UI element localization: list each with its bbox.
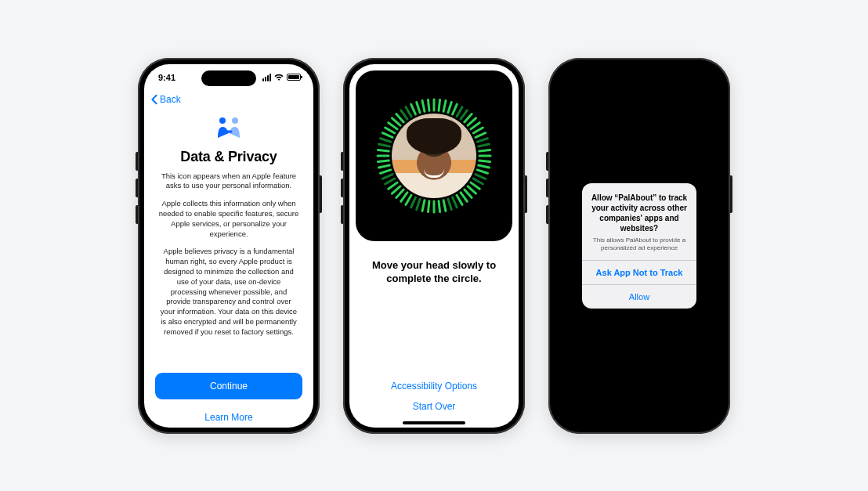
svg-line-59: [417, 102, 420, 112]
accessibility-options-button[interactable]: Accessibility Options: [365, 376, 503, 396]
svg-line-25: [465, 190, 472, 197]
svg-line-12: [473, 128, 483, 133]
privacy-paragraph-1: This icon appears when an Apple feature …: [155, 171, 302, 192]
cellular-icon: [262, 74, 271, 81]
privacy-paragraph-2: Apple collects this information only whe…: [155, 199, 302, 239]
dynamic-island: [612, 70, 667, 86]
svg-line-8: [461, 110, 467, 118]
svg-line-35: [417, 199, 420, 209]
svg-line-18: [479, 161, 490, 161]
screen-faceid: Move your head slowly to complete the ci…: [349, 64, 519, 428]
svg-line-52: [385, 128, 395, 133]
svg-line-33: [428, 200, 429, 211]
chevron-left-icon: [150, 94, 158, 105]
svg-line-39: [396, 190, 403, 197]
svg-line-48: [378, 150, 389, 150]
svg-line-41: [389, 182, 397, 189]
back-label: Back: [160, 94, 181, 105]
svg-line-40: [392, 186, 400, 193]
iphone-device-1: 9:41 Back: [138, 58, 320, 434]
svg-line-45: [379, 165, 390, 168]
svg-line-26: [461, 192, 467, 200]
battery-icon: [287, 74, 301, 81]
svg-line-55: [396, 114, 403, 121]
svg-line-4: [443, 100, 446, 111]
alert-subtitle: This allows PalAbout to provide a person…: [590, 236, 689, 252]
svg-line-54: [392, 117, 400, 125]
page-title: Data & Privacy: [180, 149, 277, 165]
svg-point-0: [219, 117, 226, 124]
svg-line-43: [382, 174, 392, 179]
faceid-instruction: Move your head slowly to complete the ci…: [365, 258, 503, 286]
svg-line-10: [468, 117, 476, 125]
privacy-paragraph-3: Apple believes privacy is a fundamental …: [155, 247, 302, 337]
learn-more-button[interactable]: Learn More: [204, 407, 252, 428]
svg-line-42: [385, 179, 395, 184]
alert-title: Allow “PalAbout” to track your activity …: [590, 193, 689, 233]
svg-line-11: [471, 122, 479, 128]
svg-line-21: [476, 174, 486, 179]
iphone-device-2: Move your head slowly to complete the ci…: [343, 58, 525, 434]
start-over-button[interactable]: Start Over: [365, 396, 503, 417]
svg-line-23: [471, 182, 479, 189]
svg-line-14: [477, 138, 487, 141]
iphone-device-3: Allow “PalAbout” to track your activity …: [548, 58, 730, 434]
status-time: 9:41: [158, 73, 175, 82]
svg-line-56: [401, 110, 407, 118]
svg-line-31: [439, 200, 439, 211]
svg-line-60: [422, 100, 425, 111]
svg-line-28: [453, 197, 458, 207]
svg-line-7: [457, 107, 462, 116]
svg-line-34: [422, 200, 425, 211]
screen-tracking-prompt: Allow “PalAbout” to track your activity …: [555, 64, 724, 428]
svg-point-1: [232, 117, 238, 124]
svg-line-46: [378, 161, 389, 161]
wifi-icon: [274, 74, 284, 81]
svg-line-3: [439, 99, 439, 110]
svg-line-57: [406, 107, 411, 116]
svg-line-51: [382, 132, 392, 137]
allow-button[interactable]: Allow: [582, 284, 696, 309]
tracking-alert: Allow “PalAbout” to track your activity …: [582, 183, 696, 309]
svg-line-15: [479, 144, 490, 146]
svg-line-38: [401, 192, 407, 200]
privacy-handshake-icon: [212, 116, 246, 143]
svg-line-13: [476, 132, 486, 137]
svg-line-5: [448, 102, 451, 112]
dynamic-island: [201, 70, 256, 86]
home-indicator[interactable]: [403, 421, 465, 424]
status-indicators: [262, 74, 301, 81]
svg-line-22: [473, 179, 483, 184]
svg-line-6: [453, 104, 458, 114]
back-button[interactable]: Back: [144, 91, 313, 108]
screen-privacy: 9:41 Back: [144, 64, 313, 428]
continue-button[interactable]: Continue: [155, 373, 302, 399]
svg-line-16: [479, 150, 490, 150]
faceid-scan-panel: [356, 70, 512, 241]
svg-line-24: [468, 186, 476, 193]
svg-line-61: [428, 99, 429, 110]
svg-line-29: [448, 199, 451, 209]
dynamic-island: [407, 70, 461, 86]
svg-line-49: [379, 144, 390, 146]
svg-line-27: [457, 195, 462, 204]
svg-line-19: [479, 165, 490, 168]
svg-line-50: [381, 138, 391, 141]
svg-line-53: [389, 122, 397, 128]
svg-line-20: [477, 169, 487, 172]
svg-line-9: [465, 114, 472, 121]
ask-not-to-track-button[interactable]: Ask App Not to Track: [582, 260, 696, 284]
svg-line-36: [411, 197, 416, 207]
svg-line-30: [443, 200, 446, 211]
svg-line-37: [406, 195, 411, 204]
svg-line-44: [381, 169, 391, 172]
faceid-face-preview: [392, 114, 476, 198]
svg-line-58: [411, 104, 416, 114]
